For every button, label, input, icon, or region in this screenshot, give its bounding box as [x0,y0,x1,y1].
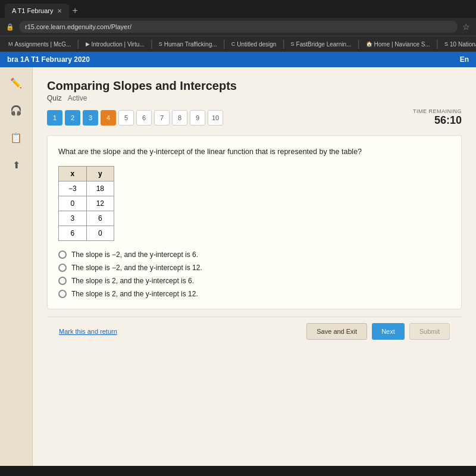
table-row: −3 18 [59,181,114,196]
question-btn-9[interactable]: 9 [190,110,205,126]
bookmark-fastbridge[interactable]: S FastBridge Learnin... [287,40,355,49]
sidebar: ✏️ 🎧 📋 ⬆ [0,67,33,466]
sidebar-headphones-icon[interactable]: 🎧 [7,101,26,120]
question-text: What are the slope and the y-intercept o… [58,146,450,158]
content-area: ✏️ 🎧 📋 ⬆ Comparing Slopes and Intercepts… [0,67,476,466]
app-title: bra 1A T1 February 2020 [7,55,90,64]
bookmark-canva-label: Untitled design [237,41,276,48]
bookmark-national[interactable]: S 10 National P... [441,40,476,49]
bookmark-national-icon: S [444,41,448,47]
data-table: x y −3 18 0 12 3 6 [58,166,114,241]
table-row: 6 0 [59,226,114,240]
bookmark-intro-icon: ▶ [86,41,90,47]
timer-value: 56:10 [413,114,462,127]
answer-choices: The slope is −2, and the y-intercept is … [58,250,450,298]
answer-text-3: The slope is 2, and the y-intercept is 6… [71,277,194,285]
bookmark-mcg-label: Assignments | McG... [15,41,71,48]
bookmark-mcg[interactable]: M Assignments | McG... [5,40,74,49]
bookmarks-bar: M Assignments | McG... | ▶ Introduction … [0,36,476,52]
table-row: 0 12 [59,196,114,211]
answer-text-2: The slope is −2, and the y-intercept is … [71,264,202,272]
answer-choice-2[interactable]: The slope is −2, and the y-intercept is … [58,264,450,272]
quiz-subtitle: Quiz Active [47,94,462,102]
timer-label: TIME REMAINING [413,108,462,114]
table-cell-y3: 6 [86,211,114,226]
question-btn-7[interactable]: 7 [154,110,170,126]
table-cell-x1: −3 [59,181,87,196]
question-btn-2[interactable]: 2 [65,110,80,126]
table-cell-y4: 0 [86,226,114,240]
radio-4[interactable] [58,290,67,298]
quiz-title: Comparing Slopes and Intercepts [47,79,462,93]
question-btn-10[interactable]: 10 [208,110,223,126]
tab-bar: A T1 February ✕ + [0,0,476,18]
new-tab-button[interactable]: + [73,5,78,16]
question-navigation: 1 2 3 4 5 6 7 8 9 10 TIME REMAINING 56:1… [47,108,462,127]
active-tab[interactable]: A T1 February ✕ [5,4,69,18]
table-row: 3 6 [59,211,114,226]
bookmark-human[interactable]: S Human Trafficking... [155,40,221,49]
save-exit-button[interactable]: Save and Exit [306,323,367,340]
table-cell-x4: 6 [59,226,87,240]
table-header-y: y [86,166,114,181]
table-cell-y2: 12 [86,196,114,211]
address-bar: 🔒 ☆ [0,18,476,36]
answer-choice-1[interactable]: The slope is −2, and the y-intercept is … [58,250,450,259]
bookmark-human-label: Human Trafficking... [164,41,217,48]
quiz-area: Comparing Slopes and Intercepts Quiz Act… [33,67,476,466]
tab-close-button[interactable]: ✕ [57,8,62,14]
bookmark-fastbridge-label: FastBridge Learnin... [296,41,352,48]
quiz-type: Quiz [47,94,62,102]
bookmark-canva[interactable]: C Untitled design [228,40,280,49]
question-btn-4[interactable]: 4 [101,110,116,126]
address-input[interactable] [19,21,458,33]
mark-return-link[interactable]: Mark this and return [59,328,117,335]
bookmark-intro-label: Introduction | Virtu... [92,41,145,48]
app-header: bra 1A T1 February 2020 En [0,52,476,67]
question-btn-8[interactable]: 8 [172,110,187,126]
table-cell-y1: 18 [86,181,114,196]
bookmark-naviance[interactable]: 🏠 Home | Naviance S... [362,40,434,49]
timer-box: TIME REMAINING 56:10 [413,108,462,127]
app-header-right: En [460,55,469,64]
bottom-bar: Mark this and return Save and Exit Next … [47,317,462,346]
answer-text-4: The slope is 2, and the y-intercept is 1… [71,290,198,298]
question-btn-5[interactable]: 5 [118,110,134,126]
next-button[interactable]: Next [372,323,405,340]
bookmark-fastbridge-icon: S [291,41,295,47]
answer-choice-4[interactable]: The slope is 2, and the y-intercept is 1… [58,290,450,298]
sidebar-pencil-icon[interactable]: ✏️ [7,73,26,92]
tab-title: A T1 February [12,7,54,14]
bookmark-star-icon[interactable]: ☆ [462,22,470,32]
submit-button[interactable]: Submit [409,323,450,340]
question-btn-6[interactable]: 6 [136,110,152,126]
browser-chrome: A T1 February ✕ + 🔒 ☆ M Assignments | Mc… [0,0,476,52]
quiz-status: Active [68,94,87,102]
bookmark-canva-icon: C [231,41,236,47]
lock-icon: 🔒 [6,23,14,31]
question-buttons: 1 2 3 4 5 6 7 8 9 10 [47,110,223,126]
question-btn-1[interactable]: 1 [47,110,62,126]
radio-2[interactable] [58,264,67,272]
answer-choice-3[interactable]: The slope is 2, and the y-intercept is 6… [58,277,450,285]
bookmark-human-icon: S [159,41,162,47]
question-card: What are the slope and the y-intercept o… [47,135,462,309]
bookmark-naviance-label: Home | Naviance S... [374,41,430,48]
bookmark-mcg-icon: M [8,41,13,47]
sidebar-up-icon[interactable]: ⬆ [7,155,26,174]
answer-text-1: The slope is −2, and the y-intercept is … [71,250,198,259]
bookmark-national-label: 10 National P... [450,41,476,48]
table-header-x: x [59,166,87,181]
bottom-buttons: Save and Exit Next Submit [306,323,450,340]
bookmark-intro[interactable]: ▶ Introduction | Virtu... [82,40,148,49]
table-cell-x3: 3 [59,211,87,226]
table-cell-x2: 0 [59,196,87,211]
radio-1[interactable] [58,250,67,259]
sidebar-clipboard-icon[interactable]: 📋 [7,128,26,147]
bookmark-naviance-icon: 🏠 [366,41,372,47]
radio-3[interactable] [58,277,67,285]
question-btn-3[interactable]: 3 [83,110,98,126]
